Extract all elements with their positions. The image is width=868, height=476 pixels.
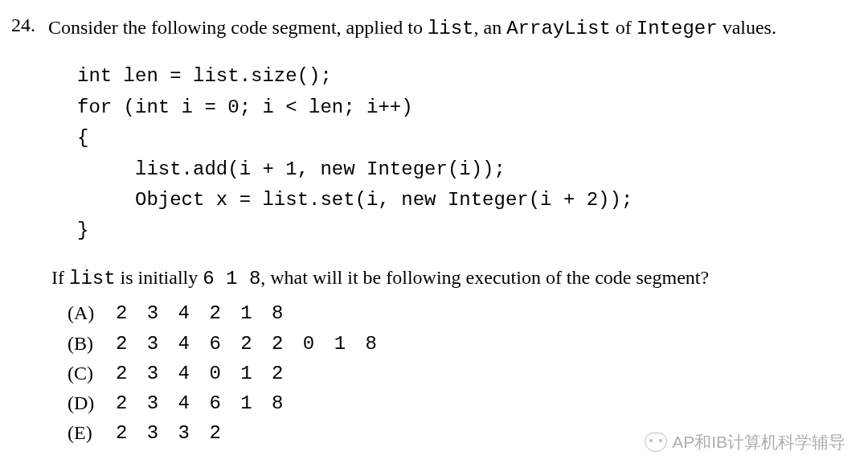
choice-d: (D) 2 3 4 6 1 8 [68, 388, 844, 418]
choice-c: (C) 2 3 4 0 1 2 [68, 359, 844, 388]
choice-label: (D) [68, 388, 116, 418]
choice-value: 2 3 3 2 [116, 418, 223, 448]
answer-choices: (A) 2 3 4 2 1 8 (B) 2 3 4 6 2 2 0 1 8 (C… [68, 298, 844, 448]
question-prompt: Consider the following code segment, app… [48, 14, 844, 42]
prompt-text-4: values. [718, 17, 776, 38]
inline-code-integer: Integer [637, 18, 718, 39]
prompt-text-1: Consider the following code segment, app… [48, 17, 428, 38]
prompt-text-2: , an [474, 17, 507, 38]
wechat-icon [645, 433, 667, 452]
question-header: 24. Consider the following code segment,… [11, 14, 844, 42]
sub-question: If list is initially 6 1 8, what will it… [51, 265, 844, 293]
watermark-text: AP和IB计算机科学辅导 [672, 431, 845, 453]
code-block: int len = list.size(); for (int i = 0; i… [77, 61, 844, 246]
choice-value: 2 3 4 6 1 8 [116, 388, 285, 418]
question-container: 24. Consider the following code segment,… [0, 0, 868, 464]
choice-label: (E) [68, 418, 116, 448]
subq-code-list: list [69, 268, 116, 289]
inline-code-arraylist: ArrayList [506, 18, 611, 39]
subq-text-2: is initially [116, 267, 203, 288]
subq-text-1: If [51, 267, 69, 288]
subq-text-3: , what will it be following execution of… [260, 267, 709, 288]
choice-b: (B) 2 3 4 6 2 2 0 1 8 [68, 329, 844, 359]
choice-label: (A) [68, 298, 116, 328]
choice-value: 2 3 4 0 1 2 [116, 359, 285, 388]
choice-a: (A) 2 3 4 2 1 8 [68, 298, 844, 328]
choice-value: 2 3 4 2 1 8 [116, 298, 285, 328]
inline-code-list: list [428, 18, 474, 39]
question-number: 24. [11, 14, 48, 36]
choice-label: (C) [68, 359, 116, 388]
choice-value: 2 3 4 6 2 2 0 1 8 [116, 329, 379, 359]
prompt-text-3: of [611, 17, 637, 38]
watermark: AP和IB计算机科学辅导 [645, 431, 845, 453]
choice-label: (B) [68, 329, 116, 359]
subq-initial-list: 6 1 8 [203, 268, 260, 289]
